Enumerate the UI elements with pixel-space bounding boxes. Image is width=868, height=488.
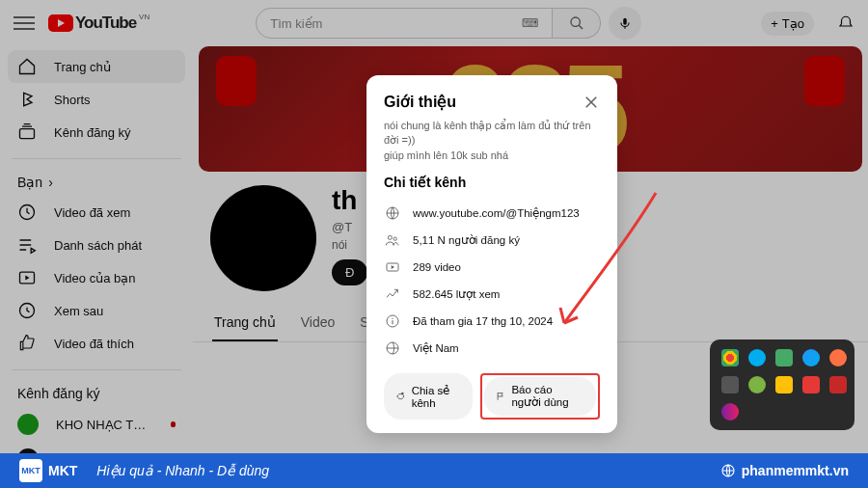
detail-country: Việt Nam <box>384 335 600 362</box>
ext-icon[interactable] <box>748 376 766 393</box>
close-button[interactable] <box>583 94 600 111</box>
modal-description: nói chung là kênh thập cẩm làm đủ thứ tr… <box>384 119 600 163</box>
info-icon <box>384 312 401 330</box>
ext-icon[interactable] <box>802 349 820 366</box>
ext-icon[interactable] <box>802 376 820 393</box>
share-icon <box>395 390 406 403</box>
footer-logo-icon: MKT <box>19 459 42 482</box>
detail-subs: 5,11 N người đăng ký <box>384 227 600 254</box>
close-icon <box>583 94 600 111</box>
extension-popup[interactable] <box>710 339 854 430</box>
svg-point-8 <box>388 236 392 240</box>
video-count-icon <box>384 258 401 276</box>
ext-icon[interactable] <box>721 403 739 420</box>
detail-url[interactable]: www.youtube.com/@Thiệngm123 <box>384 200 600 227</box>
modal-subtitle: Chi tiết kênh <box>384 175 600 190</box>
ext-icon[interactable] <box>775 376 793 393</box>
globe-icon <box>720 463 736 478</box>
ext-icon[interactable] <box>775 349 793 366</box>
detail-views: 582.645 lượt xem <box>384 281 600 308</box>
share-channel-button[interactable]: Chia sẻ kênh <box>384 373 473 420</box>
svg-point-9 <box>393 237 396 240</box>
footer-slogan: Hiệu quả - Nhanh - Dễ dùng <box>96 463 269 478</box>
detail-joined: Đã tham gia 17 thg 10, 2024 <box>384 308 600 335</box>
footer-bar: MKT MKT Hiệu quả - Nhanh - Dễ dùng phanm… <box>0 453 868 488</box>
ext-icon[interactable] <box>829 376 847 393</box>
modal-title: Giới thiệu <box>384 93 456 111</box>
ext-icon[interactable] <box>721 376 739 393</box>
views-icon <box>384 285 401 303</box>
about-modal: Giới thiệu nói chung là kênh thập cẩm là… <box>366 75 617 433</box>
detail-videos: 289 video <box>384 254 600 281</box>
footer-logo: MKT MKT <box>19 459 77 482</box>
ext-icon[interactable] <box>721 349 739 366</box>
flag-icon <box>496 390 505 403</box>
report-user-button[interactable]: Báo cáo người dùng <box>484 377 596 416</box>
report-highlight-frame: Báo cáo người dùng <box>480 373 600 420</box>
subscribers-icon <box>384 231 401 249</box>
footer-site[interactable]: phanmemmkt.vn <box>720 463 849 478</box>
globe-icon <box>384 204 401 222</box>
ext-icon[interactable] <box>829 349 847 366</box>
svg-point-12 <box>392 318 393 319</box>
globe-icon <box>384 339 401 357</box>
ext-icon[interactable] <box>748 349 766 366</box>
